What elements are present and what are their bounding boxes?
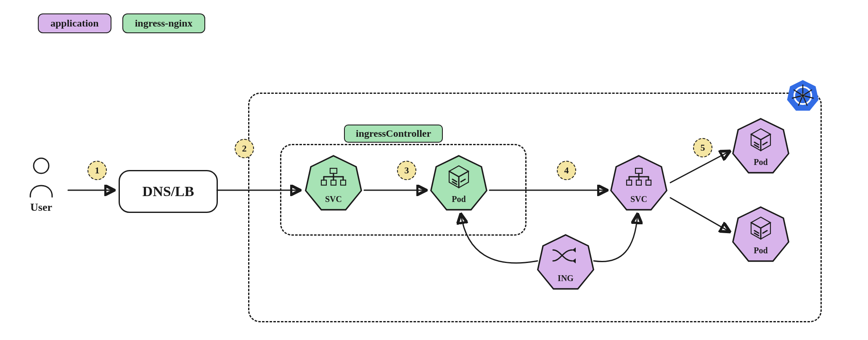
svc-ingress-node: SVC xyxy=(304,154,363,212)
svg-point-10 xyxy=(34,158,49,173)
svg-line-45 xyxy=(763,142,767,145)
dns-lb-node: DNS/LB xyxy=(119,170,218,213)
step-5: 5 xyxy=(693,138,712,157)
svg-rect-38 xyxy=(636,180,641,185)
svg-line-51 xyxy=(763,231,767,233)
svc-label: SVC xyxy=(325,194,342,204)
svg-rect-20 xyxy=(341,180,346,185)
ingress-resource-node: ING xyxy=(537,233,595,291)
svg-rect-31 xyxy=(635,168,642,173)
svg-line-25 xyxy=(453,182,457,184)
svg-line-26 xyxy=(461,179,465,182)
svg-line-50 xyxy=(754,233,759,236)
service-icon xyxy=(320,167,347,186)
svg-rect-12 xyxy=(330,168,337,173)
svg-rect-37 xyxy=(627,180,632,185)
svg-line-43 xyxy=(754,142,759,145)
user-actor: User xyxy=(25,157,57,214)
ingress-controller-label: ingressController xyxy=(344,125,443,143)
svg-rect-18 xyxy=(321,180,326,185)
pod-app-node-2: Pod xyxy=(732,205,790,263)
legend-ingress-nginx: ingress-nginx xyxy=(122,13,205,33)
pod-icon xyxy=(749,216,772,240)
svg-line-24 xyxy=(453,179,457,182)
svg-rect-39 xyxy=(646,180,651,185)
step-2: 2 xyxy=(235,139,254,158)
legend-application: application xyxy=(38,13,111,33)
pod-label: Pod xyxy=(452,194,466,204)
kubernetes-icon xyxy=(786,79,819,112)
step-4: 4 xyxy=(557,161,576,180)
svg-marker-28 xyxy=(572,258,576,263)
step-3: 3 xyxy=(397,161,416,180)
pod-label: Pod xyxy=(754,246,767,255)
svc-app-node: SVC xyxy=(610,154,668,212)
step-1: 1 xyxy=(87,161,107,180)
pod-label: Pod xyxy=(754,157,767,167)
svg-rect-19 xyxy=(331,180,336,185)
user-label: User xyxy=(25,201,57,214)
pod-app-node-1: Pod xyxy=(732,117,790,175)
svg-marker-29 xyxy=(572,247,576,252)
legend: application ingress-nginx xyxy=(38,13,205,33)
svc-label: SVC xyxy=(630,194,647,204)
svg-line-44 xyxy=(754,145,759,147)
ing-label: ING xyxy=(558,274,574,283)
user-icon xyxy=(25,157,57,199)
pod-icon xyxy=(749,128,772,151)
pod-icon xyxy=(447,165,470,189)
svg-line-49 xyxy=(754,231,759,233)
ingress-icon xyxy=(551,245,580,266)
pod-ingress-node: Pod xyxy=(430,154,488,212)
service-icon xyxy=(626,167,652,186)
